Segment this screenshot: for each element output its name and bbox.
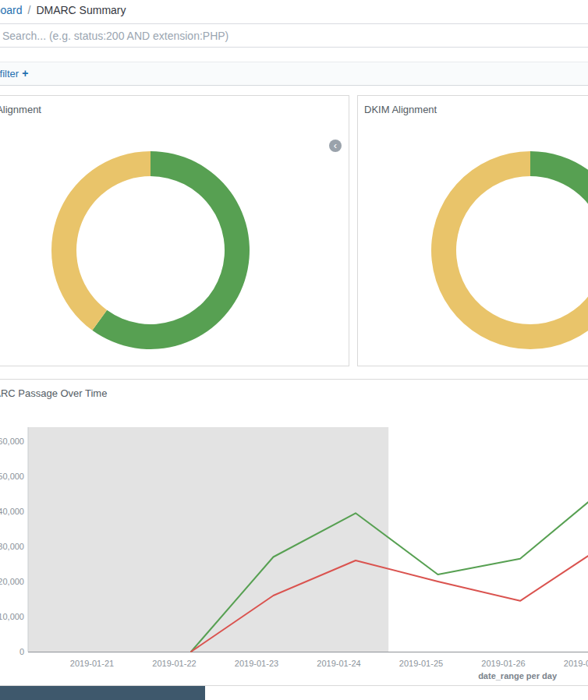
x-tick-label: 2019-01-24 [317,659,360,668]
breadcrumb-current-page: DMARC Summary [36,4,126,16]
y-tick-label: 30,000 [0,542,24,551]
filter-bar [0,62,588,86]
y-tick-label: 10,000 [0,612,24,621]
panel-spf-alignment: SPF Alignment [0,95,349,366]
breadcrumb-dashboard-link[interactable]: Dashboard [0,4,23,16]
x-tick-label: 2019-01-27 [564,659,588,668]
add-filter-label: Add a filter [0,68,19,80]
chevron-left-icon[interactable]: ‹ [329,140,342,152]
panel-dmarc-passage: DMARC Passage Over Time 010,00020,00030,… [0,379,588,686]
plus-icon: + [22,67,28,80]
dkim-donut-chart[interactable] [358,96,588,366]
y-tick-label: 0 [19,647,24,656]
time-selection-region[interactable] [28,427,388,652]
dashboard-screen: Dashboard / DMARC Summary Add a filter+ … [0,0,588,700]
x-tick-label: 2019-01-23 [235,659,278,668]
x-axis-title: date_range per day [478,671,558,681]
spf-donut-chart[interactable] [0,96,349,366]
x-tick-label: 2019-01-25 [399,659,443,668]
donut-slice-green[interactable] [530,151,588,228]
y-tick-label: 60,000 [0,437,24,446]
next-panel-dark-edge [0,686,205,700]
x-tick-label: 2019-01-22 [152,659,196,668]
y-tick-label: 50,000 [0,472,24,481]
search-input[interactable] [0,23,588,48]
y-tick-label: 20,000 [0,577,24,586]
x-tick-label: 2019-01-21 [70,659,114,668]
panel-dkim-alignment: DKIM Alignment [357,95,588,366]
donut-slice-yellow[interactable] [51,151,151,331]
y-tick-label: 40,000 [0,507,24,516]
add-filter-button[interactable]: Add a filter+ [0,67,28,80]
breadcrumb-separator: / [28,4,31,16]
passage-line-chart[interactable]: 010,00020,00030,00040,00050,00060,000201… [0,380,588,685]
x-tick-label: 2019-01-26 [481,659,525,668]
breadcrumb: Dashboard / DMARC Summary [0,4,126,16]
